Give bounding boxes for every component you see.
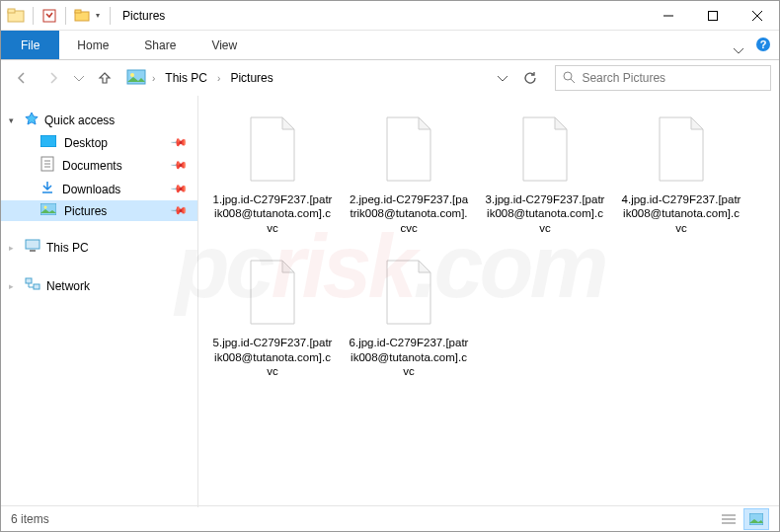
- chevron-right-icon: ▸: [9, 281, 14, 291]
- file-name: 3.jpg.id-C279F237.[patrik008@tutanota.co…: [481, 192, 609, 235]
- sidebar-item-downloads[interactable]: Downloads 📌: [1, 178, 197, 200]
- maximize-button[interactable]: [690, 1, 735, 31]
- sidebar-item-pictures[interactable]: Pictures 📌: [1, 200, 197, 221]
- ribbon-expand-icon[interactable]: [734, 40, 743, 58]
- tab-view[interactable]: View: [194, 31, 255, 59]
- file-name: 1.jpg.id-C279F237.[patrik008@tutanota.co…: [208, 192, 337, 235]
- tab-home[interactable]: Home: [59, 31, 126, 59]
- up-button[interactable]: [92, 65, 117, 91]
- pictures-icon: [40, 203, 56, 218]
- window-title: Pictures: [122, 9, 165, 23]
- svg-point-22: [44, 206, 47, 209]
- quick-access-group[interactable]: ▾ Quick access: [1, 108, 197, 132]
- star-icon: [25, 112, 39, 128]
- sidebar-item-label: Pictures: [64, 204, 107, 218]
- svg-rect-23: [26, 240, 39, 249]
- back-button[interactable]: [9, 65, 35, 91]
- pictures-lib-icon: [126, 69, 146, 88]
- file-name: 4.jpg.id-C279F237.[patrik008@tutanota.co…: [617, 192, 745, 235]
- sidebar-item-documents[interactable]: Documents 📌: [1, 153, 197, 178]
- svg-rect-32: [749, 513, 763, 525]
- chevron-right-icon: ▸: [9, 243, 14, 253]
- crumb-this-pc[interactable]: This PC: [161, 69, 211, 87]
- search-input[interactable]: Search Pictures: [555, 65, 771, 91]
- pin-icon: 📌: [169, 156, 188, 175]
- file-item[interactable]: 3.jpg.id-C279F237.[patrik008@tutanota.co…: [481, 110, 609, 235]
- svg-point-12: [130, 73, 134, 77]
- svg-rect-21: [40, 203, 56, 215]
- file-name: 6.jpg.id-C279F237.[patrik008@tutanota.co…: [345, 336, 473, 378]
- sidebar-item-label: Documents: [62, 159, 122, 173]
- pin-icon: 📌: [169, 180, 188, 198]
- svg-rect-15: [40, 135, 56, 147]
- qat-divider-3: [110, 7, 111, 25]
- chevron-down-icon: ▾: [9, 115, 14, 125]
- search-icon: [562, 70, 576, 87]
- breadcrumb[interactable]: › This PC › Pictures: [123, 65, 280, 91]
- svg-point-13: [564, 72, 572, 80]
- this-pc-label: This PC: [46, 241, 89, 255]
- sidebar-item-label: Downloads: [62, 183, 120, 196]
- svg-rect-6: [708, 11, 717, 20]
- file-icon: [650, 110, 713, 189]
- svg-line-14: [571, 79, 575, 83]
- search-placeholder: Search Pictures: [582, 71, 665, 85]
- svg-rect-24: [30, 250, 36, 252]
- pin-icon: 📌: [169, 201, 188, 220]
- qat-dropdown-icon[interactable]: ▾: [94, 11, 102, 20]
- quick-access-label: Quick access: [44, 114, 115, 127]
- details-view-button[interactable]: [716, 508, 741, 530]
- titlebar: ▾ Pictures: [1, 1, 779, 31]
- content-pane[interactable]: 1.jpg.id-C279F237.[patrik008@tutanota.co…: [198, 96, 779, 507]
- file-icon: [241, 253, 304, 332]
- close-button[interactable]: [735, 1, 779, 31]
- file-name: 2.jpeg.id-C279F237.[patrik008@tutanota.c…: [345, 192, 473, 235]
- file-icon: [377, 253, 440, 332]
- file-name: 5.jpg.id-C279F237.[patrik008@tutanota.co…: [208, 336, 337, 378]
- file-tab[interactable]: File: [1, 31, 59, 59]
- file-icon: [513, 110, 577, 189]
- properties-icon[interactable]: [41, 8, 57, 24]
- svg-rect-25: [26, 278, 32, 283]
- desktop-icon: [40, 135, 56, 150]
- network-group[interactable]: ▸ Network: [1, 273, 197, 298]
- file-item[interactable]: 4.jpg.id-C279F237.[patrik008@tutanota.co…: [617, 110, 745, 235]
- file-icon: [241, 110, 304, 189]
- navigation-pane: ▾ Quick access Desktop 📌 Documents 📌 Dow…: [1, 96, 198, 507]
- file-item[interactable]: 6.jpg.id-C279F237.[patrik008@tutanota.co…: [345, 253, 473, 378]
- downloads-icon: [40, 181, 54, 197]
- item-count: 6 items: [11, 512, 49, 526]
- svg-text:?: ?: [760, 38, 767, 50]
- tab-share[interactable]: Share: [126, 31, 194, 59]
- this-pc-group[interactable]: ▸ This PC: [1, 235, 197, 260]
- qat-divider-2: [65, 7, 66, 25]
- address-dropdown-icon[interactable]: [494, 74, 511, 82]
- help-icon[interactable]: ?: [755, 37, 771, 56]
- chevron-right-icon[interactable]: ›: [217, 73, 220, 84]
- folder-small-icon[interactable]: [74, 9, 90, 23]
- network-label: Network: [46, 279, 90, 293]
- svg-rect-1: [8, 9, 15, 13]
- recent-dropdown-icon[interactable]: [72, 65, 86, 91]
- svg-rect-26: [34, 284, 39, 289]
- explorer-icon: [7, 8, 25, 24]
- crumb-pictures[interactable]: Pictures: [226, 69, 276, 87]
- file-icon: [377, 110, 440, 189]
- ribbon: File Home Share View ?: [1, 31, 779, 60]
- refresh-button[interactable]: [517, 71, 543, 85]
- minimize-button[interactable]: [646, 1, 690, 31]
- this-pc-icon: [25, 239, 40, 256]
- file-item[interactable]: 2.jpeg.id-C279F237.[patrik008@tutanota.c…: [345, 110, 473, 235]
- network-icon: [25, 277, 40, 294]
- sidebar-item-label: Desktop: [64, 136, 108, 150]
- pin-icon: 📌: [169, 133, 188, 152]
- svg-rect-4: [75, 10, 81, 13]
- file-item[interactable]: 1.jpg.id-C279F237.[patrik008@tutanota.co…: [208, 110, 337, 235]
- chevron-right-icon[interactable]: ›: [152, 73, 155, 84]
- address-bar: › This PC › Pictures Search Pictures: [1, 60, 779, 96]
- sidebar-item-desktop[interactable]: Desktop 📌: [1, 132, 197, 153]
- forward-button[interactable]: [40, 65, 66, 91]
- thumbnails-view-button[interactable]: [743, 508, 769, 530]
- file-item[interactable]: 5.jpg.id-C279F237.[patrik008@tutanota.co…: [208, 253, 337, 378]
- status-bar: 6 items: [1, 505, 779, 531]
